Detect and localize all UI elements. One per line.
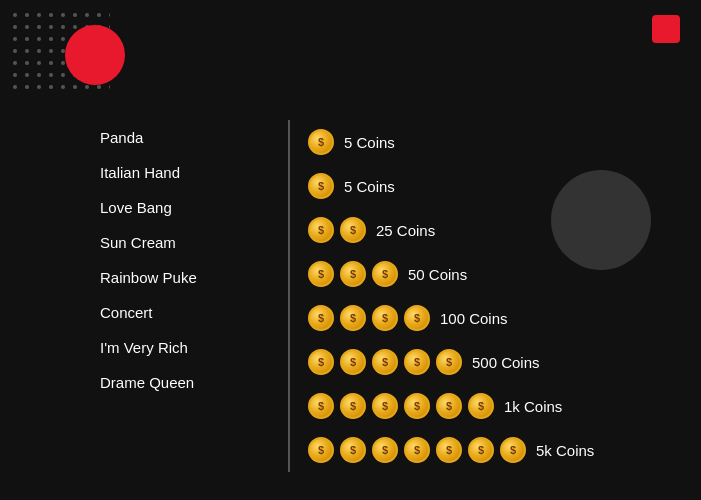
coin-icon xyxy=(468,437,494,463)
coin-icon xyxy=(436,393,462,419)
item-coins-0: 5 Coins xyxy=(308,120,641,164)
coin-icon xyxy=(308,393,334,419)
item-name-4: Rainbow Puke xyxy=(100,260,270,295)
coin-icon xyxy=(372,437,398,463)
right-column: 5 Coins5 Coins25 Coins50 Coins100 Coins5… xyxy=(308,120,641,472)
coin-label-1: 5 Coins xyxy=(344,178,395,195)
coin-icon xyxy=(404,437,430,463)
item-coins-4: 100 Coins xyxy=(308,296,641,340)
coin-label-0: 5 Coins xyxy=(344,134,395,151)
coin-icon xyxy=(308,217,334,243)
coin-icon xyxy=(436,437,462,463)
item-name-5: Concert xyxy=(100,295,270,330)
item-coins-5: 500 Coins xyxy=(308,340,641,384)
coin-icon xyxy=(404,349,430,375)
item-name-1: Italian Hand xyxy=(100,155,270,190)
coin-icon xyxy=(340,393,366,419)
coin-icon xyxy=(340,305,366,331)
coin-icon xyxy=(436,349,462,375)
item-coins-3: 50 Coins xyxy=(308,252,641,296)
coin-icon xyxy=(468,393,494,419)
item-coins-2: 25 Coins xyxy=(308,208,641,252)
coin-icon xyxy=(308,261,334,287)
coin-icon xyxy=(404,393,430,419)
coin-icon xyxy=(308,305,334,331)
table-wrapper: PandaItalian HandLove BangSun CreamRainb… xyxy=(100,120,641,472)
coin-icon xyxy=(372,305,398,331)
item-name-6: I'm Very Rich xyxy=(100,330,270,365)
coin-icon xyxy=(372,393,398,419)
item-coins-6: 1k Coins xyxy=(308,384,641,428)
item-name-2: Love Bang xyxy=(100,190,270,225)
logo xyxy=(652,15,686,43)
logo-icon xyxy=(652,15,680,43)
decorative-red-circle xyxy=(65,25,125,85)
coin-label-3: 50 Coins xyxy=(408,266,467,283)
vertical-divider xyxy=(288,120,290,472)
coin-label-7: 5k Coins xyxy=(536,442,594,459)
coin-label-2: 25 Coins xyxy=(376,222,435,239)
item-coins-7: 5k Coins xyxy=(308,428,641,472)
coin-label-5: 500 Coins xyxy=(472,354,540,371)
coin-icon xyxy=(372,349,398,375)
coin-icon xyxy=(308,349,334,375)
items-table: PandaItalian HandLove BangSun CreamRainb… xyxy=(100,120,641,472)
item-coins-1: 5 Coins xyxy=(308,164,641,208)
item-name-7: Drame Queen xyxy=(100,365,270,400)
left-column: PandaItalian HandLove BangSun CreamRainb… xyxy=(100,120,270,472)
coin-icon xyxy=(340,217,366,243)
coin-icon xyxy=(308,173,334,199)
coin-label-4: 100 Coins xyxy=(440,310,508,327)
coin-icon xyxy=(340,437,366,463)
coin-icon xyxy=(404,305,430,331)
coin-icon xyxy=(372,261,398,287)
coin-icon xyxy=(308,129,334,155)
coin-icon xyxy=(500,437,526,463)
coin-icon xyxy=(340,261,366,287)
coin-icon xyxy=(340,349,366,375)
item-name-3: Sun Cream xyxy=(100,225,270,260)
coin-icon xyxy=(308,437,334,463)
coin-label-6: 1k Coins xyxy=(504,398,562,415)
item-name-0: Panda xyxy=(100,120,270,155)
